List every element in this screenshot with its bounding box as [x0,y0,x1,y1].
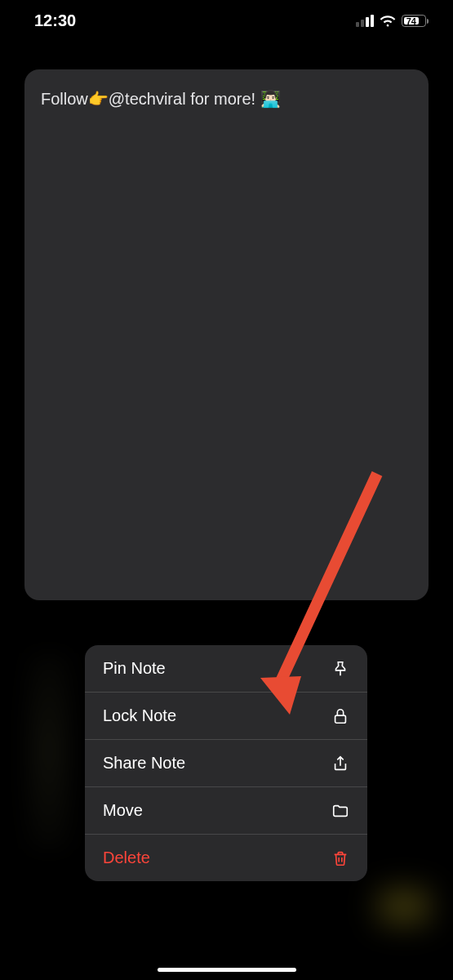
home-indicator[interactable] [158,968,296,972]
share-icon [331,755,349,773]
menu-label: Share Note [103,754,185,773]
context-menu: Pin Note Lock Note Share Note Move Delet… [85,645,367,881]
note-content: Follow👉@techviral for more! 👨🏻‍💻 [41,87,412,110]
trash-icon [331,849,349,867]
menu-label: Delete [103,849,150,867]
folder-icon [331,802,349,820]
pin-note-menuitem[interactable]: Pin Note [85,645,367,693]
status-indicators: 74 [356,15,429,27]
background-blur [371,882,437,931]
delete-menuitem[interactable]: Delete [85,835,367,881]
svg-rect-1 [335,715,346,723]
background-blur [24,653,73,849]
share-note-menuitem[interactable]: Share Note [85,740,367,787]
lock-note-menuitem[interactable]: Lock Note [85,693,367,740]
lock-icon [331,707,349,725]
move-menuitem[interactable]: Move [85,787,367,835]
pin-icon [331,660,349,678]
cellular-signal-icon [356,15,374,27]
note-preview-card[interactable]: Follow👉@techviral for more! 👨🏻‍💻 [24,69,429,600]
menu-label: Pin Note [103,659,166,678]
battery-indicator: 74 [402,15,429,27]
battery-level: 74 [404,17,419,24]
wifi-icon [380,15,396,27]
status-time: 12:30 [34,11,76,30]
status-bar: 12:30 74 [0,0,453,38]
menu-label: Move [103,801,143,820]
menu-label: Lock Note [103,706,176,725]
